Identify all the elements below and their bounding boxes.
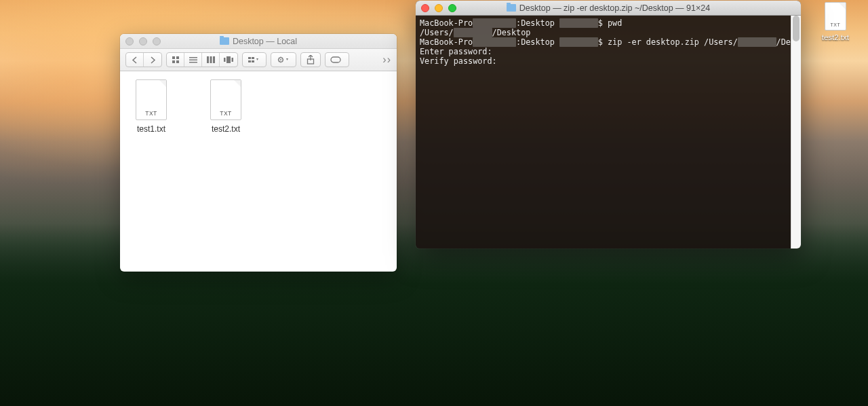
- minimize-button[interactable]: [139, 37, 147, 45]
- svg-rect-15: [248, 60, 251, 62]
- action-segment: [271, 52, 296, 67]
- finder-content-area[interactable]: TXT test1.txt TXT test2.txt: [120, 71, 397, 142]
- terminal-output[interactable]: MacBook-Proxxxxxxxxx:Desktop xxxxxxxx$ p…: [416, 16, 801, 248]
- svg-rect-14: [252, 57, 254, 59]
- column-view-button[interactable]: [202, 53, 220, 67]
- gallery-view-button[interactable]: [220, 53, 237, 67]
- terminal-scrollbar-thumb[interactable]: [793, 16, 800, 41]
- svg-rect-7: [207, 56, 209, 63]
- desktop-file-label: test2.txt: [822, 33, 849, 41]
- finder-toolbar: ››: [120, 49, 397, 71]
- terminal-line: MacBook-Proxxxxxxxxx:Desktop xxxxxxxx$ p…: [420, 18, 797, 28]
- file-item[interactable]: TXT test1.txt: [134, 79, 169, 134]
- svg-point-18: [280, 59, 281, 60]
- svg-rect-10: [224, 58, 226, 62]
- traffic-lights: [120, 37, 161, 45]
- terminal-titlebar[interactable]: Desktop — zip -er desktop.zip ~/Desktop …: [416, 1, 801, 16]
- txt-file-icon: TXT: [136, 79, 167, 120]
- svg-rect-20: [331, 57, 340, 62]
- svg-rect-12: [232, 58, 234, 62]
- svg-rect-0: [172, 56, 175, 59]
- svg-rect-8: [210, 56, 212, 63]
- folder-icon: [220, 37, 229, 45]
- action-button[interactable]: [271, 53, 296, 67]
- svg-rect-4: [189, 57, 197, 58]
- svg-rect-5: [189, 60, 197, 61]
- finder-title: Desktop — Local: [120, 37, 397, 46]
- close-button[interactable]: [125, 37, 134, 45]
- zoom-button[interactable]: [153, 37, 161, 45]
- icon-view-button[interactable]: [167, 53, 184, 67]
- tags-button[interactable]: [325, 52, 349, 67]
- back-button[interactable]: [126, 53, 144, 67]
- finder-titlebar[interactable]: Desktop — Local: [120, 34, 397, 49]
- svg-rect-16: [252, 60, 254, 62]
- terminal-line: MacBook-Proxxxxxxxxx:Desktop xxxxxxxx$ z…: [420, 37, 797, 47]
- terminal-window[interactable]: Desktop — zip -er desktop.zip ~/Desktop …: [416, 1, 801, 248]
- terminal-line: Verify password:: [420, 56, 797, 66]
- folder-icon: [507, 4, 516, 12]
- terminal-line: /Users/xxxxxxxx/Desktop: [420, 28, 797, 37]
- view-segment: [166, 52, 238, 67]
- desktop-file-item[interactable]: TXT test2.txt: [822, 2, 849, 41]
- file-ext-label: TXT: [136, 110, 166, 117]
- forward-button[interactable]: [144, 53, 161, 67]
- file-item[interactable]: TXT test2.txt: [208, 79, 243, 134]
- svg-rect-6: [189, 62, 197, 63]
- arrange-button[interactable]: [243, 53, 266, 67]
- svg-rect-11: [226, 56, 231, 63]
- file-ext-label: TXT: [825, 22, 846, 27]
- txt-file-icon: TXT: [825, 2, 846, 31]
- toolbar-overflow-button[interactable]: ››: [382, 54, 391, 66]
- file-ext-label: TXT: [211, 110, 241, 117]
- finder-window[interactable]: Desktop — Local: [120, 34, 397, 272]
- arrange-segment: [242, 52, 267, 67]
- share-button[interactable]: [300, 52, 321, 67]
- terminal-line: Enter password:: [420, 47, 797, 56]
- terminal-scrollbar-track[interactable]: [791, 16, 801, 248]
- svg-rect-2: [172, 60, 175, 63]
- file-name-label: test1.txt: [137, 124, 165, 134]
- svg-rect-1: [176, 56, 179, 59]
- svg-rect-9: [213, 56, 215, 63]
- list-view-button[interactable]: [184, 53, 202, 67]
- svg-rect-3: [176, 60, 179, 63]
- svg-rect-13: [248, 57, 251, 59]
- finder-title-text: Desktop — Local: [233, 37, 297, 46]
- terminal-title: Desktop — zip -er desktop.zip ~/Desktop …: [416, 3, 801, 13]
- file-name-label: test2.txt: [212, 124, 240, 134]
- txt-file-icon: TXT: [210, 79, 241, 120]
- terminal-title-text: Desktop — zip -er desktop.zip ~/Desktop …: [519, 3, 710, 13]
- nav-segment: [125, 52, 162, 67]
